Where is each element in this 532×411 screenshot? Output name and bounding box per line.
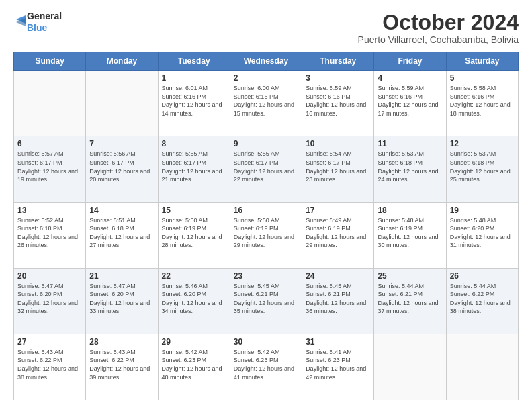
day-info: Sunrise: 5:44 AMSunset: 6:21 PMDaylight:…	[378, 282, 442, 316]
day-number: 26	[450, 271, 515, 281]
day-number: 30	[234, 337, 298, 347]
day-number: 5	[450, 73, 515, 83]
calendar-day-cell: 8Sunrise: 5:55 AMSunset: 6:17 PMDaylight…	[158, 136, 230, 202]
calendar-day-cell	[446, 334, 518, 400]
day-info: Sunrise: 5:53 AMSunset: 6:18 PMDaylight:…	[450, 150, 515, 183]
calendar-day-cell: 6Sunrise: 5:57 AMSunset: 6:17 PMDaylight…	[14, 136, 86, 202]
weekday-friday: Friday	[374, 52, 446, 71]
calendar-day-cell: 31Sunrise: 5:41 AMSunset: 6:23 PMDayligh…	[302, 334, 374, 400]
day-info: Sunrise: 5:45 AMSunset: 6:21 PMDaylight:…	[306, 282, 370, 316]
week-row-2: 6Sunrise: 5:57 AMSunset: 6:17 PMDaylight…	[14, 136, 519, 202]
logo: General Blue	[13, 11, 62, 34]
calendar-day-cell: 11Sunrise: 5:53 AMSunset: 6:18 PMDayligh…	[374, 136, 446, 202]
day-number: 19	[450, 205, 515, 215]
calendar-day-cell: 29Sunrise: 5:42 AMSunset: 6:23 PMDayligh…	[158, 334, 230, 400]
day-info: Sunrise: 5:44 AMSunset: 6:22 PMDaylight:…	[450, 282, 515, 316]
day-number: 24	[306, 271, 370, 281]
day-number: 2	[234, 73, 298, 83]
calendar-day-cell: 22Sunrise: 5:46 AMSunset: 6:20 PMDayligh…	[158, 268, 230, 334]
title-block: October 2024 Puerto Villarroel, Cochabam…	[358, 11, 519, 45]
calendar-day-cell: 28Sunrise: 5:43 AMSunset: 6:22 PMDayligh…	[86, 334, 158, 400]
weekday-monday: Monday	[86, 52, 158, 71]
day-number: 6	[17, 139, 82, 148]
day-info: Sunrise: 5:51 AMSunset: 6:18 PMDaylight:…	[89, 216, 154, 250]
logo-line2: Blue	[27, 22, 62, 34]
day-info: Sunrise: 5:48 AMSunset: 6:20 PMDaylight:…	[450, 216, 515, 250]
day-number: 29	[162, 337, 226, 347]
day-number: 31	[306, 337, 370, 347]
calendar-day-cell: 24Sunrise: 5:45 AMSunset: 6:21 PMDayligh…	[302, 268, 374, 334]
day-number: 4	[378, 73, 442, 83]
calendar-day-cell: 21Sunrise: 5:47 AMSunset: 6:20 PMDayligh…	[86, 268, 158, 334]
location-subtitle: Puerto Villarroel, Cochabamba, Bolivia	[358, 34, 519, 45]
day-number: 3	[306, 73, 370, 83]
weekday-wednesday: Wednesday	[230, 52, 302, 71]
week-row-3: 13Sunrise: 5:52 AMSunset: 6:18 PMDayligh…	[14, 202, 519, 268]
day-number: 23	[234, 271, 298, 281]
day-info: Sunrise: 5:49 AMSunset: 6:19 PMDaylight:…	[306, 216, 370, 250]
weekday-tuesday: Tuesday	[158, 52, 230, 71]
day-number: 15	[162, 205, 226, 215]
calendar-day-cell: 15Sunrise: 5:50 AMSunset: 6:19 PMDayligh…	[158, 202, 230, 268]
day-number: 9	[234, 139, 298, 148]
header: General Blue October 2024 Puerto Villarr…	[13, 11, 519, 45]
day-info: Sunrise: 6:01 AMSunset: 6:16 PMDaylight:…	[162, 84, 226, 118]
day-info: Sunrise: 5:52 AMSunset: 6:18 PMDaylight:…	[17, 216, 82, 250]
day-number: 13	[17, 205, 82, 215]
day-number: 25	[378, 271, 442, 281]
weekday-header-row: SundayMondayTuesdayWednesdayThursdayFrid…	[14, 52, 519, 71]
day-number: 12	[450, 139, 515, 148]
logo-line1: General	[27, 11, 62, 22]
day-number: 27	[17, 337, 82, 347]
weekday-sunday: Sunday	[14, 52, 86, 71]
day-number: 14	[89, 205, 154, 215]
calendar-day-cell: 5Sunrise: 5:58 AMSunset: 6:16 PMDaylight…	[446, 71, 518, 136]
day-number: 7	[89, 139, 154, 148]
day-number: 28	[89, 337, 154, 347]
calendar-day-cell: 16Sunrise: 5:50 AMSunset: 6:19 PMDayligh…	[230, 202, 302, 268]
day-info: Sunrise: 5:58 AMSunset: 6:16 PMDaylight:…	[450, 84, 515, 118]
day-info: Sunrise: 5:55 AMSunset: 6:17 PMDaylight:…	[234, 150, 298, 183]
calendar-day-cell: 27Sunrise: 5:43 AMSunset: 6:22 PMDayligh…	[14, 334, 86, 400]
day-number: 20	[17, 271, 82, 281]
day-info: Sunrise: 5:59 AMSunset: 6:16 PMDaylight:…	[378, 84, 442, 118]
calendar-day-cell: 26Sunrise: 5:44 AMSunset: 6:22 PMDayligh…	[446, 268, 518, 334]
day-info: Sunrise: 5:42 AMSunset: 6:23 PMDaylight:…	[162, 348, 226, 381]
day-number: 8	[162, 139, 226, 148]
calendar-day-cell: 7Sunrise: 5:56 AMSunset: 6:17 PMDaylight…	[86, 136, 158, 202]
day-info: Sunrise: 5:48 AMSunset: 6:19 PMDaylight:…	[378, 216, 442, 250]
calendar-day-cell: 1Sunrise: 6:01 AMSunset: 6:16 PMDaylight…	[158, 71, 230, 136]
day-info: Sunrise: 5:57 AMSunset: 6:17 PMDaylight:…	[17, 150, 82, 183]
day-info: Sunrise: 5:47 AMSunset: 6:20 PMDaylight:…	[17, 282, 82, 316]
day-info: Sunrise: 5:45 AMSunset: 6:21 PMDaylight:…	[234, 282, 298, 316]
day-number: 22	[162, 271, 226, 281]
day-number: 11	[378, 139, 442, 148]
day-number: 10	[306, 139, 370, 148]
day-number: 18	[378, 205, 442, 215]
day-number: 21	[89, 271, 154, 281]
calendar-table: SundayMondayTuesdayWednesdayThursdayFrid…	[13, 52, 519, 400]
day-info: Sunrise: 5:46 AMSunset: 6:20 PMDaylight:…	[162, 282, 226, 316]
calendar-day-cell	[374, 334, 446, 400]
calendar-day-cell: 25Sunrise: 5:44 AMSunset: 6:21 PMDayligh…	[374, 268, 446, 334]
day-info: Sunrise: 5:43 AMSunset: 6:22 PMDaylight:…	[17, 348, 82, 381]
calendar-day-cell: 10Sunrise: 5:54 AMSunset: 6:17 PMDayligh…	[302, 136, 374, 202]
day-info: Sunrise: 5:56 AMSunset: 6:17 PMDaylight:…	[89, 150, 154, 183]
logo-bird-icon	[13, 13, 26, 32]
calendar-day-cell: 17Sunrise: 5:49 AMSunset: 6:19 PMDayligh…	[302, 202, 374, 268]
calendar-day-cell: 12Sunrise: 5:53 AMSunset: 6:18 PMDayligh…	[446, 136, 518, 202]
calendar-day-cell: 14Sunrise: 5:51 AMSunset: 6:18 PMDayligh…	[86, 202, 158, 268]
calendar-day-cell: 18Sunrise: 5:48 AMSunset: 6:19 PMDayligh…	[374, 202, 446, 268]
day-info: Sunrise: 5:54 AMSunset: 6:17 PMDaylight:…	[306, 150, 370, 183]
week-row-1: 1Sunrise: 6:01 AMSunset: 6:16 PMDaylight…	[14, 71, 519, 136]
calendar-day-cell: 13Sunrise: 5:52 AMSunset: 6:18 PMDayligh…	[14, 202, 86, 268]
day-info: Sunrise: 5:41 AMSunset: 6:23 PMDaylight:…	[306, 348, 370, 381]
month-title: October 2024	[358, 11, 519, 34]
day-info: Sunrise: 5:43 AMSunset: 6:22 PMDaylight:…	[89, 348, 154, 381]
day-info: Sunrise: 5:53 AMSunset: 6:18 PMDaylight:…	[378, 150, 442, 183]
calendar-day-cell: 3Sunrise: 5:59 AMSunset: 6:16 PMDaylight…	[302, 71, 374, 136]
day-info: Sunrise: 6:00 AMSunset: 6:16 PMDaylight:…	[234, 84, 298, 118]
day-number: 17	[306, 205, 370, 215]
day-info: Sunrise: 5:50 AMSunset: 6:19 PMDaylight:…	[234, 216, 298, 250]
week-row-4: 20Sunrise: 5:47 AMSunset: 6:20 PMDayligh…	[14, 268, 519, 334]
